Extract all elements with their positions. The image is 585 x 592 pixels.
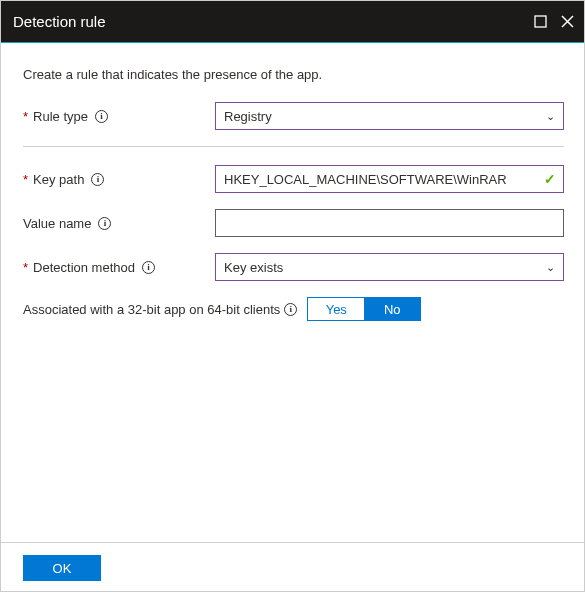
select-value: Key exists xyxy=(224,260,283,275)
content-area: Create a rule that indicates the presenc… xyxy=(1,43,585,321)
chevron-down-icon: ⌄ xyxy=(546,110,555,123)
required-indicator: * xyxy=(23,109,28,124)
close-icon[interactable] xyxy=(561,15,574,28)
key-path-input[interactable] xyxy=(215,165,564,193)
rule-type-select[interactable]: Registry ⌄ xyxy=(215,102,564,130)
required-indicator: * xyxy=(23,260,28,275)
info-icon[interactable]: i xyxy=(98,217,111,230)
rule-type-row: * Rule type i Registry ⌄ xyxy=(23,102,564,130)
ok-button[interactable]: OK xyxy=(23,555,101,581)
value-name-label: Value name i xyxy=(23,216,215,231)
associated-label: Associated with a 32-bit app on 64-bit c… xyxy=(23,302,280,317)
chevron-down-icon: ⌄ xyxy=(546,261,555,274)
svg-rect-0 xyxy=(535,16,546,27)
info-icon[interactable]: i xyxy=(142,261,155,274)
rule-type-label: * Rule type i xyxy=(23,109,215,124)
label-text: Key path xyxy=(33,172,84,187)
label-text: Value name xyxy=(23,216,91,231)
toggle-no[interactable]: No xyxy=(364,298,420,320)
maximize-icon[interactable] xyxy=(534,15,547,28)
value-name-input[interactable] xyxy=(215,209,564,237)
required-indicator: * xyxy=(23,172,28,187)
dialog-title: Detection rule xyxy=(13,13,106,30)
toggle-group: Yes No xyxy=(307,297,421,321)
info-icon[interactable]: i xyxy=(91,173,104,186)
detection-method-select[interactable]: Key exists ⌄ xyxy=(215,253,564,281)
select-value: Registry xyxy=(224,109,272,124)
key-path-label: * Key path i xyxy=(23,172,215,187)
info-icon[interactable]: i xyxy=(284,303,297,316)
value-name-row: Value name i xyxy=(23,209,564,237)
associated-row: Associated with a 32-bit app on 64-bit c… xyxy=(23,297,564,321)
label-text: Rule type xyxy=(33,109,88,124)
detection-method-label: * Detection method i xyxy=(23,260,215,275)
detection-method-row: * Detection method i Key exists ⌄ xyxy=(23,253,564,281)
description-text: Create a rule that indicates the presenc… xyxy=(23,67,564,82)
footer: OK xyxy=(1,542,585,592)
window-controls xyxy=(534,15,574,28)
checkmark-icon: ✓ xyxy=(544,171,556,187)
label-text: Detection method xyxy=(33,260,135,275)
key-path-row: * Key path i ✓ xyxy=(23,165,564,193)
titlebar: Detection rule xyxy=(1,1,585,43)
info-icon[interactable]: i xyxy=(95,110,108,123)
divider xyxy=(23,146,564,147)
toggle-yes[interactable]: Yes xyxy=(308,298,364,320)
